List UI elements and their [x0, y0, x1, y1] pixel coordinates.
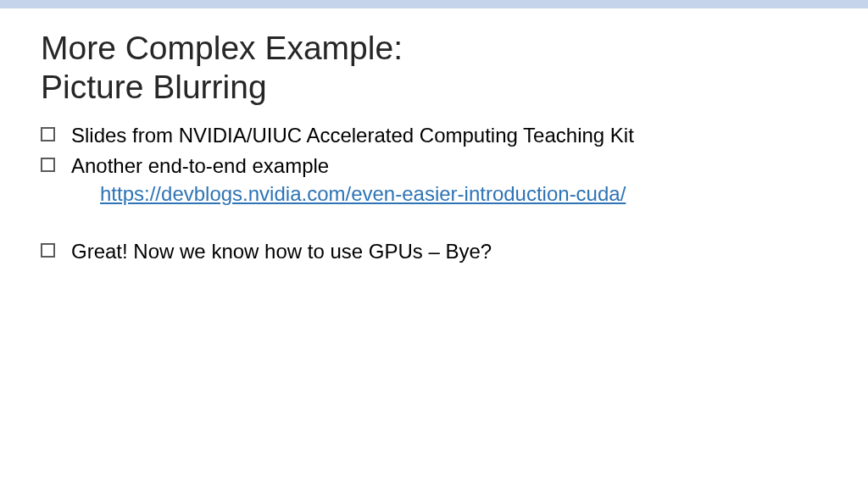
- list-item: Great! Now we know how to use GPUs – Bye…: [41, 238, 827, 265]
- title-line-1: More Complex Example:: [41, 30, 403, 66]
- spacer: [41, 211, 827, 238]
- bullet-text: Another end-to-end example: [71, 154, 329, 177]
- list-item: Another end-to-end example https://devbl…: [41, 152, 827, 208]
- square-bullet-icon: [41, 158, 55, 172]
- square-bullet-icon: [41, 243, 55, 258]
- bullet-text: Slides from NVIDIA/UIUC Accelerated Comp…: [71, 124, 634, 147]
- list-item: Slides from NVIDIA/UIUC Accelerated Comp…: [41, 122, 827, 149]
- title-line-2: Picture Blurring: [41, 69, 267, 105]
- bullet-text: Great! Now we know how to use GPUs – Bye…: [71, 240, 492, 263]
- bullet-list: Slides from NVIDIA/UIUC Accelerated Comp…: [41, 122, 827, 266]
- slide-body: More Complex Example: Picture Blurring S…: [0, 8, 868, 290]
- cuda-intro-link[interactable]: https://devblogs.nvidia.com/even-easier-…: [71, 180, 626, 208]
- square-bullet-icon: [41, 127, 55, 141]
- slide-title: More Complex Example: Picture Blurring: [41, 29, 827, 107]
- top-accent-bar: [0, 0, 868, 8]
